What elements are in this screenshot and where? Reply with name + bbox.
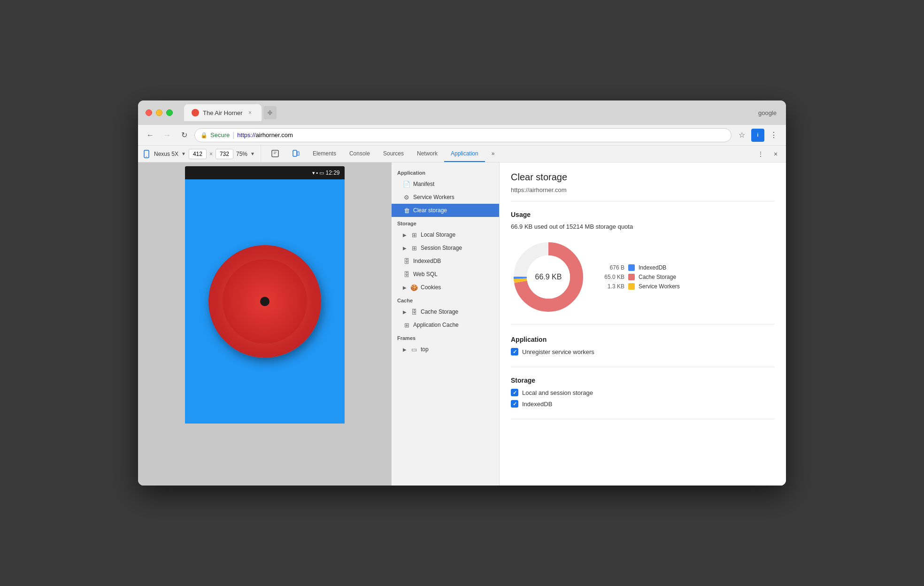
status-time: 12:29 xyxy=(325,170,339,176)
application-tab-label: Application xyxy=(451,150,478,157)
sidebar-item-indexeddb[interactable]: 🗄 IndexedDB xyxy=(392,254,499,268)
devtools-tab-sources[interactable]: Sources xyxy=(377,146,410,162)
user-profile-label: google xyxy=(758,109,777,116)
back-button[interactable]: ← xyxy=(144,129,157,142)
legend-label-cache: Cache Storage xyxy=(639,274,676,280)
phone-statusbar: ▾ ▪ ▭ 12:29 xyxy=(185,166,345,179)
address-bar[interactable]: 🔒 Secure | https://airhorner.com xyxy=(194,128,732,142)
storage-section: Storage ✓ Local and session storage ✓ In… xyxy=(511,377,775,419)
sidebar-item-app-cache[interactable]: ⊞ Application Cache xyxy=(392,318,499,332)
phone-preview: ▾ ▪ ▭ 12:29 xyxy=(138,162,392,486)
sidebar-item-appcache-label: Application Cache xyxy=(413,322,459,328)
sidebar-section-frames: Frames xyxy=(392,332,499,343)
secure-label: Secure xyxy=(210,131,230,139)
svg-rect-5 xyxy=(293,150,297,156)
devtools-tab-device[interactable] xyxy=(285,146,306,162)
arrow-icon-cache-storage: ▶ xyxy=(403,309,407,315)
svg-rect-6 xyxy=(297,152,299,155)
arrow-icon-session-storage: ▶ xyxy=(403,246,407,251)
sidebar-item-local-storage[interactable]: ▶ ⊞ Local Storage xyxy=(392,228,499,241)
tab-title: The Air Horner xyxy=(203,109,243,116)
sidebar-item-service-workers[interactable]: ⚙ Service Workers xyxy=(392,191,499,204)
dimension-separator: × xyxy=(209,151,213,157)
storage-section-title: Storage xyxy=(511,377,775,384)
sidebar-item-web-sql[interactable]: 🗄 Web SQL xyxy=(392,268,499,281)
sidebar-item-cache-storage[interactable]: ▶ 🗄 Cache Storage xyxy=(392,305,499,318)
sidebar-item-clear-storage[interactable]: 🗑 Clear storage xyxy=(392,204,499,217)
application-section: Application ✓ Unregister service workers xyxy=(511,336,775,367)
cache-storage-icon: 🗄 xyxy=(410,308,418,316)
sidebar-item-idb-label: IndexedDB xyxy=(413,258,441,264)
zoom-selector[interactable]: 75% xyxy=(236,151,247,157)
local-session-label: Local and session storage xyxy=(522,389,593,396)
forward-button[interactable]: → xyxy=(161,129,174,142)
devtools-tab-application[interactable]: Application xyxy=(444,146,485,162)
panel-url: https://airhorner.com xyxy=(511,186,775,201)
devtools-tab-inspect[interactable] xyxy=(265,146,285,162)
devtools-tab-elements[interactable]: Elements xyxy=(306,146,343,162)
sidebar-item-manifest[interactable]: 📄 Manifest xyxy=(392,177,499,191)
devtools-tab-network[interactable]: Network xyxy=(410,146,444,162)
devtools-more-button[interactable]: ⋮ xyxy=(754,147,767,161)
devtools-tab-more[interactable]: » xyxy=(485,146,501,162)
chrome-menu-button[interactable]: ⋮ xyxy=(767,129,780,142)
indexeddb-checkbox[interactable]: ✓ xyxy=(511,400,518,408)
sidebar-item-sw-label: Service Workers xyxy=(413,194,454,200)
network-tab-label: Network xyxy=(417,150,438,157)
new-tab-button[interactable] xyxy=(263,106,277,119)
width-input[interactable] xyxy=(189,149,207,159)
legend-value-cache: 65.0 KB xyxy=(601,274,624,280)
sidebar-item-session-storage[interactable]: ▶ ⊞ Session Storage xyxy=(392,241,499,254)
frame-icon: ▭ xyxy=(410,346,418,353)
minimize-button[interactable] xyxy=(156,109,162,116)
check-icon-ls: ✓ xyxy=(513,390,517,396)
active-tab[interactable]: The Air Horner × xyxy=(184,104,262,121)
sidebar-item-ls-label: Local Storage xyxy=(421,231,455,238)
traffic-lights xyxy=(146,109,173,116)
device-selector[interactable]: Nexus 5X xyxy=(154,151,178,157)
unregister-sw-checkbox[interactable]: ✓ xyxy=(511,348,518,355)
sidebar-item-manifest-label: Manifest xyxy=(413,181,434,187)
local-session-checkbox[interactable]: ✓ xyxy=(511,389,518,396)
phone-screen xyxy=(185,179,345,424)
manifest-icon: 📄 xyxy=(403,181,410,188)
usage-text: 66.9 KB used out of 15214 MB storage quo… xyxy=(511,223,775,230)
height-input[interactable] xyxy=(216,149,233,159)
devtools-tab-bar: Elements Console Sources Network Applica… xyxy=(265,146,501,162)
nav-actions: ☆ i ⋮ xyxy=(735,129,780,142)
sidebar-item-cookies-label: Cookies xyxy=(421,284,441,291)
tab-favicon xyxy=(192,109,199,116)
check-icon: ✓ xyxy=(513,349,517,355)
donut-chart: 66.9 KB xyxy=(511,239,586,315)
unregister-sw-row: ✓ Unregister service workers xyxy=(511,348,775,355)
url-scheme: https:// xyxy=(237,131,255,139)
record-inner-ring xyxy=(223,259,307,344)
signal-icon: ▪ xyxy=(316,170,318,176)
extension-button[interactable]: i xyxy=(751,129,764,142)
sidebar-item-cs-label: Clear storage xyxy=(413,207,447,214)
legend-label-sw: Service Workers xyxy=(639,283,680,290)
url-host: airhorner.com xyxy=(255,131,293,139)
svg-point-3 xyxy=(146,156,147,157)
chevron-down-icon: ▼ xyxy=(181,151,186,156)
sidebar-item-top[interactable]: ▶ ▭ top xyxy=(392,343,499,356)
sidebar-section-storage: Storage xyxy=(392,217,499,228)
devtools-sidebar: Application 📄 Manifest ⚙ Service Workers… xyxy=(392,162,500,486)
maximize-button[interactable] xyxy=(166,109,173,116)
legend-value-indexeddb: 676 B xyxy=(601,264,624,271)
close-button[interactable] xyxy=(146,109,152,116)
sidebar-item-cookies[interactable]: ▶ 🍪 Cookies xyxy=(392,281,499,294)
secure-icon: 🔒 xyxy=(200,132,208,139)
unregister-sw-label: Unregister service workers xyxy=(522,348,594,355)
session-storage-icon: ⊞ xyxy=(410,245,418,252)
devtools-tab-console[interactable]: Console xyxy=(343,146,377,162)
mobile-device-icon[interactable] xyxy=(142,149,151,159)
bookmark-button[interactable]: ☆ xyxy=(735,129,748,142)
wifi-icon: ▾ xyxy=(312,170,315,176)
elements-tab-label: Elements xyxy=(313,150,336,157)
indexeddb-row: ✓ IndexedDB xyxy=(511,400,775,408)
status-icons: ▾ ▪ ▭ 12:29 xyxy=(312,170,340,176)
devtools-close-button[interactable]: × xyxy=(769,147,782,161)
reload-button[interactable]: ↻ xyxy=(177,129,191,142)
tab-close-button[interactable]: × xyxy=(246,109,254,116)
